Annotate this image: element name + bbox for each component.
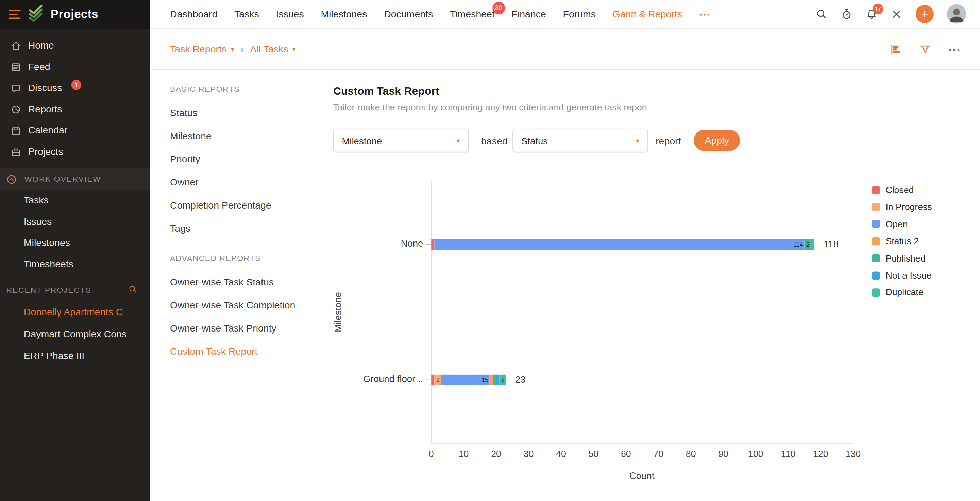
x-tick-label: 100 [743,449,768,459]
bar-segment-closed[interactable] [431,374,434,385]
reports-panel: BASIC REPORTS Status Milestone Priority … [150,70,319,501]
plus-icon: + [921,8,928,20]
bar-segment-open[interactable]: 114 [434,239,805,249]
report-item-ownerwise-completion[interactable]: Owner-wise Task Completion [170,293,319,317]
sidebar-item-label: Feed [28,61,50,72]
report-item-ownerwise-status[interactable]: Owner-wise Task Status [170,270,319,293]
x-tick-label: 80 [678,449,703,459]
work-overview-header[interactable]: WORK OVERVIEW [0,168,150,190]
report-item-milestone[interactable]: Milestone [170,124,319,147]
search-icon [816,8,828,20]
legend-item-status-2[interactable]: Status 2 [872,235,919,247]
projects-logo-icon [27,5,44,24]
setup-button[interactable] [891,8,902,20]
legend-item-published[interactable]: Published [872,252,925,265]
sidebar-item-projects[interactable]: Projects [0,141,150,162]
filter-button[interactable] [919,43,931,55]
nav-item-tasks[interactable]: Tasks [234,8,259,20]
x-tick-label: 110 [776,449,801,459]
add-button[interactable]: + [916,5,934,23]
nav-item-dashboard[interactable]: Dashboard [170,8,217,20]
legend-item-not-a-issue[interactable]: Not a Issue [872,269,931,282]
bar-segment-not-a-issue[interactable] [496,374,500,385]
nav-item-forums[interactable]: Forums [563,8,596,20]
nav-item-timesheet[interactable]: Timesheet 30 [450,8,495,20]
nav-item-documents[interactable]: Documents [384,8,433,20]
nav-item-label: Timesheet [450,8,495,19]
sidebar-item-timesheets[interactable]: Timesheets [0,254,150,274]
recent-project-donnelly[interactable]: Donnelly Apartments C [0,301,150,323]
recent-project-daymart[interactable]: Daymart Complex Cons [0,323,150,344]
legend-item-open[interactable]: Open [872,218,908,230]
category-label: None [319,238,423,248]
bar-segment-duplicate[interactable]: 2 [500,374,506,385]
report-main: Custom Task Report Tailor-make the repor… [319,70,980,501]
app-window: Projects Home Feed Discuss 1 Reports [0,0,980,501]
report-item-custom-task-report[interactable]: Custom Task Report [170,340,319,363]
report-item-ownerwise-priority[interactable]: Owner-wise Task Priority [170,317,319,340]
notifications-button[interactable]: 17 [866,8,878,20]
legend-item-duplicate[interactable]: Duplicate [872,286,924,299]
search-button[interactable] [816,8,828,20]
stacked-bar: 2152 [431,374,506,385]
bar-segment-duplicate[interactable] [811,239,815,249]
legend-label: Not a Issue [886,270,931,280]
main-column: Dashboard Tasks Issues Milestones Docume… [150,0,980,501]
category-tick [426,244,431,245]
report-item-status[interactable]: Status [170,101,319,124]
report-view-button[interactable] [889,43,902,55]
sidebar-item-discuss[interactable]: Discuss 1 [0,78,150,98]
sidebar-item-reports[interactable]: Reports [0,98,150,120]
sidebar-item-tasks[interactable]: Tasks [0,190,150,211]
bar-segment-published[interactable] [493,374,496,385]
breadcrumb-task-reports[interactable]: Task Reports ▾ [170,43,234,55]
sidebar-nav: Home Feed Discuss 1 Reports Calendar [0,29,150,366]
breadcrumb-label: Task Reports [170,43,226,55]
sidebar-item-feed[interactable]: Feed [0,56,150,77]
breadcrumb-all-tasks[interactable]: All Tasks ▾ [250,43,296,55]
report-item-priority[interactable]: Priority [170,147,319,171]
sidebar-item-milestones[interactable]: Milestones [0,232,150,254]
bar-segment-status-2[interactable] [490,374,493,385]
project-label: Donnelly Apartments C [24,306,123,317]
bar-segment-open[interactable]: 15 [441,374,490,385]
feed-icon [11,62,21,72]
breadcrumb-label: All Tasks [250,43,288,55]
sidebar-item-label: Reports [28,104,62,115]
bar-segment-in-progress[interactable]: 2 [434,374,441,385]
user-avatar[interactable] [947,5,966,24]
sidebar-item-label: Timesheets [24,258,73,270]
project-search-icon[interactable] [128,285,138,296]
report-item-tags[interactable]: Tags [170,217,319,240]
avatar-image [947,5,966,24]
sidebar-item-label: Home [28,40,54,51]
menu-icon[interactable] [9,10,21,19]
legend-label: Open [886,219,908,229]
report-item-owner[interactable]: Owner [170,171,319,193]
timer-button[interactable] [841,8,853,20]
legend-swatch [872,254,880,262]
legend-item-closed[interactable]: Closed [872,184,914,196]
x-tick-label: 120 [808,449,834,459]
nav-item-issues[interactable]: Issues [276,8,304,20]
bar-segment-closed[interactable] [431,239,434,249]
top-navigation: Dashboard Tasks Issues Milestones Docume… [150,0,980,29]
report-item-completion[interactable]: Completion Percentage [170,193,319,217]
timesheet-badge: 30 [492,2,505,14]
legend-item-in-progress[interactable]: In Progress [872,201,932,213]
legend-swatch [872,271,880,279]
more-options-icon[interactable]: ⋯ [948,41,961,56]
x-tick-label: 10 [451,449,476,459]
recent-project-erp[interactable]: ERP Phase III [0,345,150,366]
nav-more-icon[interactable]: ⋯ [699,7,711,21]
nav-item-finance[interactable]: Finance [512,8,546,20]
sidebar-item-home[interactable]: Home [0,35,150,56]
sidebar-item-issues[interactable]: Issues [0,211,150,232]
nav-item-gantt-reports[interactable]: Gantt & Reports [613,8,682,20]
bar-segment-published[interactable]: 2 [805,239,811,249]
legend-swatch [872,289,880,296]
sidebar-item-calendar[interactable]: Calendar [0,120,150,141]
nav-item-milestones[interactable]: Milestones [321,8,367,20]
projects-icon [11,146,21,157]
x-axis-title: Count [617,470,667,480]
